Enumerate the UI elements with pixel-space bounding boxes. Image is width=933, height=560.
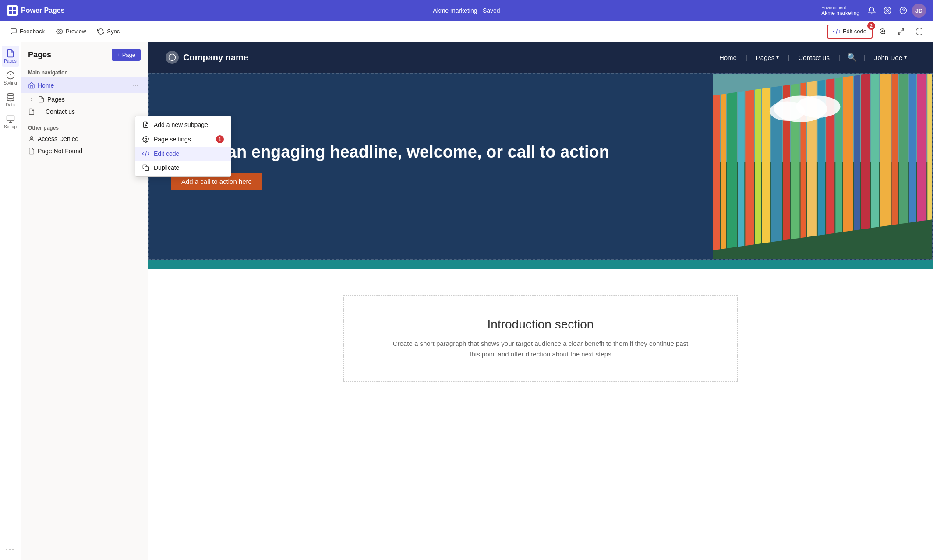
- site-nav-home[interactable]: Home: [710, 54, 746, 61]
- edit-code-badge: 2: [867, 22, 875, 30]
- svg-rect-48: [917, 74, 926, 222]
- nav-item-pages[interactable]: Pages: [21, 93, 148, 106]
- app-logo[interactable]: Power Pages: [7, 5, 65, 16]
- context-page-settings[interactable]: Page settings 1: [135, 132, 231, 147]
- home-dots-menu[interactable]: ···: [130, 80, 141, 91]
- nav-item-access-denied[interactable]: Access Denied: [21, 133, 148, 145]
- svg-rect-25: [713, 95, 720, 250]
- page-settings-icon: [142, 136, 149, 143]
- pages-panel-title: Pages: [28, 50, 51, 60]
- sidebar-item-setup[interactable]: Set up: [2, 111, 19, 132]
- home-item-label: Home: [38, 82, 54, 89]
- environment-selector[interactable]: Environment Akme marketing: [821, 5, 859, 16]
- svg-rect-26: [721, 94, 726, 249]
- pages-panel-header: Pages + Page: [21, 49, 148, 61]
- intro-body: Create a short paragraph that shows your…: [387, 338, 694, 359]
- teal-divider: [148, 260, 933, 269]
- intro-title: Introduction section: [361, 317, 720, 331]
- svg-point-20: [145, 138, 147, 140]
- pages-panel: Pages + Page Main navigation Home ···: [21, 42, 148, 560]
- svg-point-4: [887, 10, 889, 12]
- context-add-subpage[interactable]: Add a new subpage: [135, 118, 231, 132]
- help-button[interactable]: [896, 4, 910, 18]
- svg-rect-28: [738, 91, 744, 247]
- svg-rect-49: [927, 74, 932, 220]
- page-settings-badge: 1: [216, 135, 224, 143]
- svg-rect-45: [891, 74, 898, 225]
- site-nav-contact[interactable]: Contact us: [789, 54, 838, 61]
- access-denied-label: Access Denied: [38, 135, 78, 142]
- feedback-button[interactable]: Feedback: [5, 25, 49, 38]
- canvas-area[interactable]: Company name Home | Pages ▾ | Contact us…: [148, 42, 933, 560]
- fullscreen-button[interactable]: [911, 25, 928, 38]
- main-layout: Pages Styling Data Set up ···: [0, 42, 933, 560]
- sidebar-item-data[interactable]: Data: [2, 89, 19, 110]
- second-bar-left: Feedback Preview Sync: [5, 25, 124, 38]
- context-edit-code[interactable]: Edit code: [135, 147, 231, 161]
- access-denied-icon: [28, 135, 35, 142]
- user-avatar[interactable]: JD: [912, 4, 926, 18]
- page-not-found-label: Page Not Found: [38, 148, 82, 155]
- sidebar-item-styling[interactable]: Styling: [2, 67, 19, 88]
- svg-rect-47: [909, 74, 916, 223]
- pages-item-label: Pages: [47, 96, 65, 103]
- top-bar: Power Pages Akme marketing - Saved Envir…: [0, 0, 933, 21]
- white-section: Introduction section Create a short para…: [148, 269, 933, 408]
- svg-rect-1: [13, 7, 16, 10]
- nav-item-home[interactable]: Home ···: [21, 77, 148, 93]
- notifications-button[interactable]: [865, 4, 879, 18]
- site-logo-icon: [166, 51, 179, 64]
- contact-icon: [28, 108, 35, 115]
- edit-code-label: Edit code: [843, 28, 866, 35]
- svg-rect-3: [13, 11, 16, 14]
- svg-rect-41: [854, 75, 860, 230]
- edit-code-button[interactable]: 2 Edit code: [827, 25, 873, 39]
- site-preview: Company name Home | Pages ▾ | Contact us…: [148, 42, 933, 560]
- hero-section: Create an engaging headline, welcome, or…: [148, 73, 933, 260]
- settings-button[interactable]: [880, 4, 894, 18]
- svg-point-17: [30, 137, 32, 139]
- hero-headline: Create an engaging headline, welcome, or…: [171, 142, 691, 162]
- env-name: Akme marketing: [821, 10, 859, 16]
- contact-item-label: Contact us: [38, 108, 75, 115]
- svg-point-15: [7, 93, 14, 95]
- svg-rect-21: [145, 167, 149, 171]
- duplicate-icon: [142, 164, 149, 171]
- hero-image: [713, 74, 932, 259]
- svg-rect-40: [843, 76, 853, 232]
- pages-icon: [38, 96, 45, 103]
- zoom-fit-button[interactable]: [893, 25, 909, 38]
- other-pages-label: Other pages: [21, 118, 148, 133]
- site-nav: Company name Home | Pages ▾ | Contact us…: [148, 42, 933, 73]
- site-nav-user[interactable]: John Doe ▾: [866, 54, 915, 61]
- add-subpage-icon: [142, 121, 149, 128]
- zoom-button[interactable]: [874, 25, 891, 38]
- nav-item-contact[interactable]: Contact us: [21, 106, 148, 118]
- nav-item-page-not-found[interactable]: Page Not Found: [21, 145, 148, 157]
- svg-line-9: [884, 33, 885, 34]
- svg-rect-27: [727, 92, 737, 248]
- site-nav-search[interactable]: 🔍: [840, 53, 864, 62]
- second-bar-right: 2 Edit code: [827, 25, 928, 39]
- edit-code-menu-label: Edit code: [154, 150, 179, 157]
- intro-section: Introduction section Create a short para…: [343, 295, 738, 382]
- svg-line-13: [898, 32, 901, 34]
- site-nav-links: Home | Pages ▾ | Contact us | 🔍 | John D…: [710, 53, 915, 62]
- duplicate-label: Duplicate: [154, 164, 179, 171]
- app-logo-icon: [7, 5, 18, 16]
- sync-button[interactable]: Sync: [92, 25, 124, 38]
- svg-point-22: [169, 54, 176, 61]
- preview-button[interactable]: Preview: [51, 25, 91, 38]
- add-page-button[interactable]: + Page: [112, 49, 141, 61]
- sidebar-more-button[interactable]: ···: [2, 542, 19, 556]
- pages-expand-icon[interactable]: [28, 96, 35, 103]
- svg-rect-31: [762, 88, 770, 243]
- site-logo: Company name: [166, 51, 248, 64]
- site-nav-pages[interactable]: Pages ▾: [747, 54, 788, 61]
- sidebar-item-pages[interactable]: Pages: [2, 46, 19, 67]
- main-nav-label: Main navigation: [21, 66, 148, 77]
- svg-rect-16: [7, 116, 14, 121]
- top-bar-right: Environment Akme marketing JD: [821, 4, 926, 18]
- svg-rect-2: [9, 11, 12, 14]
- context-duplicate[interactable]: Duplicate: [135, 161, 231, 175]
